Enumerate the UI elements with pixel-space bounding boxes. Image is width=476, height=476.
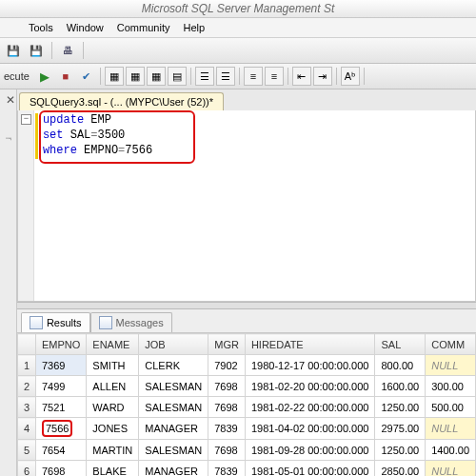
splitter[interactable] <box>17 302 476 309</box>
save-icon[interactable]: 💾 <box>4 41 23 60</box>
table-row[interactable]: 57654MARTINSALESMAN76981981-09-28 00:00:… <box>17 440 475 461</box>
col-empno[interactable]: EMPNO <box>36 334 87 355</box>
tab-messages[interactable]: Messages <box>90 312 172 332</box>
toolbar-icon[interactable]: ▦ <box>126 67 145 86</box>
table-row[interactable]: 27499ALLENSALESMAN76981981-02-20 00:00:0… <box>17 376 475 397</box>
cell[interactable]: WARD <box>87 397 139 418</box>
table-row[interactable]: 47566JONESMANAGER78391981-04-02 00:00:00… <box>17 418 475 440</box>
cell[interactable]: 7698 <box>208 397 246 418</box>
menu-window[interactable]: Window <box>67 22 104 33</box>
col-sal[interactable]: SAL <box>375 334 426 355</box>
title-bar: Microsoft SQL Server Management St <box>0 0 476 18</box>
menu-tools[interactable]: Tools <box>29 22 53 33</box>
table-row[interactable]: 67698BLAKEMANAGER78391981-05-01 00:00:00… <box>17 461 475 477</box>
menu-community[interactable]: Community <box>117 22 170 33</box>
cell[interactable]: 500.00 <box>426 397 476 418</box>
cell[interactable]: 800.00 <box>375 355 426 376</box>
row-number[interactable]: 2 <box>17 376 35 397</box>
cell[interactable]: 1250.00 <box>375 440 426 461</box>
col-rownum[interactable] <box>17 334 35 355</box>
cell[interactable]: CLERK <box>139 355 208 376</box>
separator <box>336 68 337 85</box>
col-hiredate[interactable]: HIREDATE <box>245 334 375 355</box>
col-comm[interactable]: COMM <box>426 334 476 355</box>
cell[interactable]: MARTIN <box>87 440 139 461</box>
cell[interactable]: NULL <box>426 461 476 477</box>
parse-icon[interactable]: ✔ <box>77 67 96 86</box>
cell[interactable]: 7369 <box>36 355 87 376</box>
cell[interactable]: 2850.00 <box>375 461 426 477</box>
cell[interactable]: 1600.00 <box>375 376 426 397</box>
separator <box>288 68 288 85</box>
row-number[interactable]: 4 <box>17 418 35 440</box>
cell[interactable]: SALESMAN <box>139 376 208 397</box>
cell[interactable]: 1981-05-01 00:00:00.000 <box>245 461 375 477</box>
col-job[interactable]: JOB <box>139 334 208 355</box>
cell[interactable]: 7839 <box>208 461 246 477</box>
toolbar-icon[interactable]: ≡ <box>265 67 284 86</box>
print-icon[interactable]: 🖶 <box>58 41 77 60</box>
cell[interactable]: SMITH <box>87 355 139 376</box>
cell[interactable]: MANAGER <box>139 418 208 440</box>
cell[interactable]: 7839 <box>208 418 246 440</box>
fold-icon[interactable]: − <box>21 114 31 125</box>
cell[interactable]: 7902 <box>208 355 246 376</box>
cell[interactable]: 7698 <box>208 440 246 461</box>
cell[interactable]: ALLEN <box>87 376 139 397</box>
toolbar-icon[interactable]: Aᵇ <box>341 67 360 86</box>
cell[interactable]: 7654 <box>36 440 87 461</box>
toolbar-icon[interactable]: ▦ <box>105 67 124 86</box>
cell[interactable]: 1981-02-22 00:00:00.000 <box>245 397 375 418</box>
row-number[interactable]: 1 <box>17 355 35 376</box>
col-mgr[interactable]: MGR <box>208 334 246 355</box>
cell[interactable]: BLAKE <box>87 461 139 477</box>
toolbar-icon[interactable]: ☰ <box>216 67 235 86</box>
cell[interactable]: SALESMAN <box>139 397 208 418</box>
cell[interactable]: 1981-04-02 00:00:00.000 <box>245 418 375 440</box>
side-panel-label[interactable]: r <box>4 137 14 140</box>
cell[interactable]: 300.00 <box>426 376 476 397</box>
toolbar-icon[interactable]: ☰ <box>195 67 214 86</box>
cell[interactable]: 7521 <box>36 397 87 418</box>
menu-help[interactable]: Help <box>183 22 205 33</box>
cell[interactable]: 7499 <box>36 376 87 397</box>
table-row[interactable]: 17369SMITHCLERK79021980-12-17 00:00:00.0… <box>17 355 475 376</box>
play-icon[interactable]: ▶ <box>35 67 54 86</box>
separator <box>100 68 101 85</box>
row-number[interactable]: 6 <box>17 461 35 477</box>
cell[interactable]: 1981-09-28 00:00:00.000 <box>245 440 375 461</box>
close-icon[interactable]: ✕ <box>6 93 15 107</box>
indent-icon[interactable]: ⇤ <box>292 67 311 86</box>
execute-button[interactable]: ecute <box>4 70 30 82</box>
toolbar-icon[interactable]: ▤ <box>168 67 187 86</box>
results-grid[interactable]: EMPNO ENAME JOB MGR HIREDATE SAL COMM 17… <box>17 333 476 476</box>
cell[interactable]: 7698 <box>36 461 87 477</box>
cell[interactable]: 1981-02-20 00:00:00.000 <box>245 376 375 397</box>
cell[interactable]: SALESMAN <box>139 440 208 461</box>
cell[interactable]: 1980-12-17 00:00:00.000 <box>245 355 375 376</box>
cell[interactable]: 1400.00 <box>426 440 476 461</box>
cell[interactable]: 2975.00 <box>375 418 426 440</box>
row-number[interactable]: 3 <box>17 397 35 418</box>
tab-results[interactable]: Results <box>21 312 90 332</box>
cell[interactable]: 7566 <box>36 418 87 440</box>
document-tab[interactable]: SQLQuery3.sql - (... (MYPC\User (52))* <box>19 92 224 110</box>
cell[interactable]: NULL <box>426 418 476 440</box>
highlight-box: 7566 <box>42 420 72 437</box>
col-ename[interactable]: ENAME <box>87 334 139 355</box>
toolbar-icon[interactable]: ▦ <box>147 67 166 86</box>
cell[interactable]: 7698 <box>208 376 246 397</box>
cell[interactable]: 1250.00 <box>375 397 426 418</box>
outdent-icon[interactable]: ⇥ <box>313 67 332 86</box>
sql-editor[interactable]: − update EMP set SAL=3500 where EMPNO=75… <box>17 110 476 302</box>
toolbar-icon[interactable]: ≡ <box>244 67 263 86</box>
separator <box>83 42 84 59</box>
save-all-icon[interactable]: 💾 <box>27 41 46 60</box>
stop-icon[interactable]: ■ <box>56 67 75 86</box>
cell[interactable]: MANAGER <box>139 461 208 477</box>
cell[interactable]: NULL <box>426 355 476 376</box>
table-row[interactable]: 37521WARDSALESMAN76981981-02-22 00:00:00… <box>17 397 475 418</box>
cell[interactable]: JONES <box>87 418 139 440</box>
row-number[interactable]: 5 <box>17 440 35 461</box>
separator <box>51 42 52 59</box>
